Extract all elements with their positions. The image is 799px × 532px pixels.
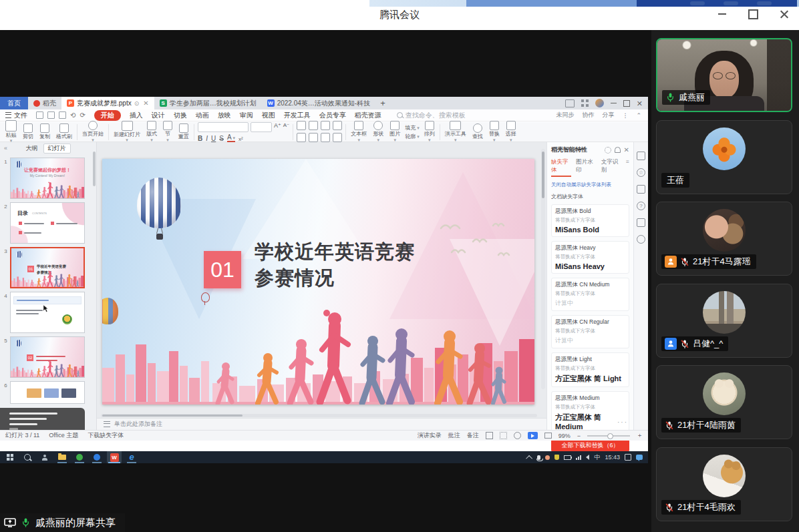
panel-close-icon[interactable]: ✕ (624, 148, 629, 152)
new-tab-button[interactable]: + (375, 97, 390, 109)
collapse-panel-icon[interactable]: « (4, 145, 7, 152)
wps-doc-tab-sheet[interactable]: S 学生参加两届…我校规划计划 (154, 97, 262, 109)
indent-increase-icon[interactable] (333, 121, 342, 130)
undo-icon[interactable]: ⟲ (70, 111, 75, 119)
font-color-button[interactable]: A (227, 134, 235, 142)
align-left-icon[interactable] (297, 133, 306, 142)
align-center-icon[interactable] (309, 133, 318, 142)
slide-title[interactable]: 学校近年英语竞赛 参赛情况 (255, 239, 415, 291)
participant-tile[interactable]: 吕健^_^ (656, 284, 792, 358)
reading-view-icon[interactable] (514, 432, 521, 439)
menu-slideshow[interactable]: 放映 (218, 111, 231, 120)
outline-button[interactable]: 轮廓 (405, 133, 419, 140)
people-button[interactable] (37, 451, 52, 463)
tray-security-icon[interactable] (554, 455, 559, 460)
start-button[interactable] (3, 451, 17, 463)
participant-tile[interactable]: 王蓓 (656, 120, 792, 194)
font-card[interactable]: 思源黑体 Light 将替换成下方字体 方正宝黑体 简 Light (551, 352, 629, 387)
underline-button[interactable]: U (211, 135, 216, 142)
file-menu[interactable]: 文件 (5, 111, 27, 120)
layout-button[interactable]: 版式 (145, 121, 158, 142)
align-right-icon[interactable] (321, 133, 330, 142)
fit-slide-icon[interactable] (544, 433, 552, 439)
share-button[interactable]: 分享 (602, 111, 614, 119)
slide-thumbnail-5[interactable]: 02 (10, 336, 85, 378)
wps-home-tab[interactable]: 首页 (0, 97, 28, 109)
wps-doc-tab-active[interactable]: P 竞赛成就梦想.pptx ⊙ ✕ (61, 97, 154, 109)
canvas-vertical-scrollbar[interactable] (541, 149, 545, 389)
tab-outline[interactable]: 大纲 (26, 144, 38, 153)
clock[interactable]: 15:43 (605, 454, 620, 461)
zoom-in-icon[interactable]: ＋ (637, 431, 643, 440)
slide-thumbnail-4[interactable] (10, 292, 85, 333)
note-toggle[interactable]: 备注 (467, 431, 479, 440)
menu-transition[interactable]: 切换 (174, 111, 187, 120)
reset-button[interactable]: 重置 (177, 123, 190, 140)
canvas-horizontal-scrollbar[interactable] (101, 414, 537, 417)
wps-minimize-icon[interactable] (611, 103, 617, 103)
star-icon[interactable]: ☆ (637, 168, 645, 177)
find-button[interactable]: 查找 (471, 123, 484, 140)
battery-icon[interactable] (564, 455, 571, 460)
gear-icon[interactable] (605, 147, 611, 154)
auto-show-link[interactable]: 关闭自动展示缺失字体列表 (551, 182, 629, 188)
collab-button[interactable]: 协作 (582, 111, 594, 119)
output-icon[interactable] (47, 111, 55, 119)
more-menu-icon[interactable]: ⋮ (622, 112, 628, 119)
select-button[interactable]: 选择 (504, 121, 518, 142)
font-card[interactable]: 思源黑体 Medium 将替换成下方字体 方正宝黑体 简 Medium (551, 391, 629, 434)
help-icon[interactable]: ? (637, 202, 645, 210)
normal-view-icon[interactable] (486, 432, 493, 439)
presentation-tools-button[interactable]: 演示工具 (444, 121, 468, 142)
slide-thumbnail-3-selected[interactable]: 01 学校近年英语竞赛 参赛情况 (10, 247, 85, 288)
line-spacing-icon[interactable] (333, 133, 342, 142)
rehearse-button[interactable]: 演讲实录 (418, 431, 442, 440)
menu-member[interactable]: 会员专享 (319, 111, 346, 120)
menu-design[interactable]: 设计 (152, 111, 165, 120)
fill-button[interactable]: 填充 (405, 124, 419, 131)
zoom-out-icon[interactable]: − (577, 433, 581, 439)
copy-button[interactable]: 复制 (38, 123, 51, 140)
current-slide[interactable]: 01 学校近年英语竞赛 参赛情况 (102, 159, 534, 405)
properties-icon[interactable] (637, 152, 645, 160)
app-grid-icon[interactable] (581, 99, 589, 107)
maximize-button[interactable] (746, 7, 760, 21)
format-painter-button[interactable]: 格式刷 (55, 123, 73, 140)
edge-button[interactable]: e (124, 451, 139, 463)
volume-icon[interactable] (586, 455, 589, 460)
tray-mic-icon[interactable] (537, 455, 540, 460)
textbox-button[interactable]: 文本框 (349, 121, 368, 142)
comment-tool-icon[interactable] (637, 185, 645, 194)
slide-thumbnail-2[interactable]: 目录 CONTENTS (10, 202, 85, 244)
font-name-input[interactable] (198, 122, 249, 132)
zoom-slider[interactable] (587, 435, 630, 437)
menu-insert[interactable]: 插入 (130, 111, 143, 120)
shapes-button[interactable]: 形状 (371, 121, 385, 142)
blue-app-button[interactable] (90, 451, 104, 463)
cut-button[interactable]: 剪切 (21, 123, 35, 140)
panel-tabs-more-icon[interactable]: ≡ (626, 158, 629, 177)
download-missing-fonts[interactable]: 下载缺失字体 (88, 431, 124, 440)
slide-thumbnail-6[interactable] (10, 381, 85, 404)
collapse-ribbon-icon[interactable]: ⌃ (636, 112, 641, 119)
font-card[interactable]: 思源黑体 Heavy 将替换成下方字体 MiSans Heavy (551, 241, 629, 274)
browser-green-button[interactable] (72, 451, 87, 463)
tray-people-icon[interactable] (545, 455, 550, 460)
menu-docer-res[interactable]: 稻壳资源 (355, 111, 381, 120)
play-from-current-button[interactable]: 当页开始 (81, 121, 105, 142)
font-card[interactable]: 思源黑体 Bold 将替换成下方字体 MiSans Bold (551, 204, 629, 237)
section-button[interactable]: 节 (162, 121, 174, 142)
tray-chat-icon[interactable] (636, 455, 643, 460)
wps-doc-tab-writer[interactable]: W 2022.04英…活动效果通知-科技 (262, 97, 375, 109)
menu-view[interactable]: 视图 (262, 111, 275, 120)
save-icon[interactable] (36, 111, 43, 119)
bullet-list-icon[interactable] (297, 121, 306, 130)
participant-tile[interactable]: 21村干4陆雨茵 (656, 365, 792, 439)
tab-text-recognition[interactable]: 文字识别 (601, 158, 621, 177)
slide-sorter-icon[interactable] (500, 432, 507, 439)
ime-indicator[interactable]: 中 (594, 453, 600, 462)
settings-icon[interactable] (637, 235, 645, 244)
font-decrease-icon[interactable]: A⁻ (283, 122, 290, 132)
font-card[interactable]: 思源黑体 CN Medium 将替换成下方字体 计算中 (551, 278, 629, 311)
font-card[interactable]: 思源黑体 CN Regular 将替换成下方字体 计算中 (551, 315, 629, 348)
